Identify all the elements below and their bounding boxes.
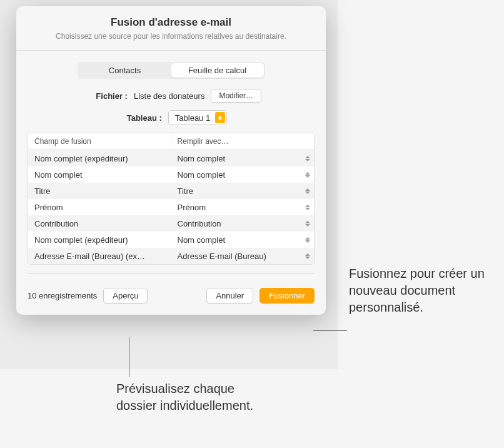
cell-merge-field: Nom complet bbox=[28, 168, 171, 182]
cell-fill-with[interactable]: Nom complet bbox=[171, 154, 315, 163]
table-select-value: Tableau 1 bbox=[175, 113, 210, 123]
modal-subtitle: Choisissez une source pour les informati… bbox=[41, 31, 301, 41]
cell-fill-value: Contribution bbox=[178, 219, 221, 228]
cell-merge-field: Prénom bbox=[28, 200, 171, 215]
table-row: Nom complet (expéditeur) Nom complet bbox=[28, 150, 314, 166]
cell-fill-with[interactable]: Nom complet bbox=[171, 235, 315, 245]
merge-fields-table: Champ de fusion Remplir avec… Nom comple… bbox=[28, 133, 315, 265]
updown-icon bbox=[305, 253, 310, 259]
cell-fill-value: Nom complet bbox=[178, 154, 226, 163]
modal-footer: 10 enregistrements Aperçu Annuler Fusion… bbox=[16, 279, 326, 315]
cell-merge-field: Adresse E-mail (Bureau) (ex… bbox=[28, 249, 171, 263]
modal-header: Fusion d'adresse e-mail Choisissez une s… bbox=[16, 6, 326, 51]
modal-body: Contacts Feuille de calcul Fichier : Lis… bbox=[16, 51, 326, 279]
callout-line bbox=[313, 330, 347, 331]
cell-merge-field: Nom complet (expéditeur) bbox=[28, 151, 171, 166]
merge-button[interactable]: Fusionner bbox=[260, 288, 315, 303]
cell-fill-value: Adresse E-mail (Bureau) bbox=[178, 252, 266, 261]
col-header-fill: Remplir avec… bbox=[171, 133, 315, 150]
updown-icon bbox=[215, 112, 225, 123]
updown-icon bbox=[305, 221, 310, 227]
updown-icon bbox=[305, 172, 310, 178]
cell-fill-with[interactable]: Nom complet bbox=[171, 170, 315, 180]
table-row: Tableau : Tableau 1 bbox=[28, 110, 315, 125]
segment-spreadsheet[interactable]: Feuille de calcul bbox=[171, 63, 264, 78]
cell-fill-value: Prénom bbox=[178, 203, 206, 212]
cell-fill-with[interactable]: Contribution bbox=[171, 219, 315, 228]
col-header-field: Champ de fusion bbox=[28, 133, 171, 150]
cell-fill-with[interactable]: Titre bbox=[171, 186, 315, 196]
table-row: Nom complet Nom complet bbox=[28, 166, 314, 183]
modal-title: Fusion d'adresse e-mail bbox=[41, 16, 301, 29]
table-header: Champ de fusion Remplir avec… bbox=[28, 133, 314, 150]
divider bbox=[28, 273, 315, 274]
cell-merge-field: Titre bbox=[28, 184, 171, 198]
cell-fill-value: Titre bbox=[178, 186, 194, 196]
source-segmented-control: Contacts Feuille de calcul bbox=[78, 62, 265, 79]
record-count: 10 enregistrements bbox=[28, 291, 97, 300]
cell-fill-value: Nom complet bbox=[178, 235, 226, 245]
updown-icon bbox=[305, 205, 310, 210]
table-row: Nom complet (expéditeur) Nom complet bbox=[28, 232, 314, 248]
cell-fill-value: Nom complet bbox=[178, 170, 226, 180]
table-label: Tableau : bbox=[115, 113, 162, 123]
updown-icon bbox=[305, 237, 310, 243]
file-value: Liste des donateurs bbox=[134, 91, 204, 101]
cell-merge-field: Nom complet (expéditeur) bbox=[28, 233, 171, 247]
preview-callout: Prévisualisez chaque dossier individuell… bbox=[116, 380, 254, 414]
preview-button[interactable]: Aperçu bbox=[103, 288, 148, 303]
cell-fill-with[interactable]: Prénom bbox=[171, 203, 315, 212]
callout-line bbox=[129, 337, 129, 377]
updown-icon bbox=[305, 188, 310, 194]
cancel-button[interactable]: Annuler bbox=[206, 288, 253, 303]
table-row: Prénom Prénom bbox=[28, 199, 314, 215]
segment-contacts[interactable]: Contacts bbox=[79, 63, 171, 78]
change-file-button[interactable]: Modifier… bbox=[211, 89, 261, 103]
table-select[interactable]: Tableau 1 bbox=[168, 110, 227, 125]
table-row: Titre Titre bbox=[28, 183, 314, 199]
updown-icon bbox=[305, 156, 310, 161]
mail-merge-modal: Fusion d'adresse e-mail Choisissez une s… bbox=[16, 6, 326, 315]
table-rows: Nom complet (expéditeur) Nom complet Nom… bbox=[28, 150, 314, 264]
merge-callout: Fusionnez pour créer un nouveau document… bbox=[349, 265, 493, 316]
cell-merge-field: Contribution bbox=[28, 216, 171, 231]
table-row: Adresse E-mail (Bureau) (ex… Adresse E-m… bbox=[28, 248, 314, 264]
table-row: Contribution Contribution bbox=[28, 215, 314, 232]
file-label: Fichier : bbox=[81, 91, 128, 101]
cell-fill-with[interactable]: Adresse E-mail (Bureau) bbox=[171, 252, 315, 261]
file-row: Fichier : Liste des donateurs Modifier… bbox=[28, 89, 315, 103]
